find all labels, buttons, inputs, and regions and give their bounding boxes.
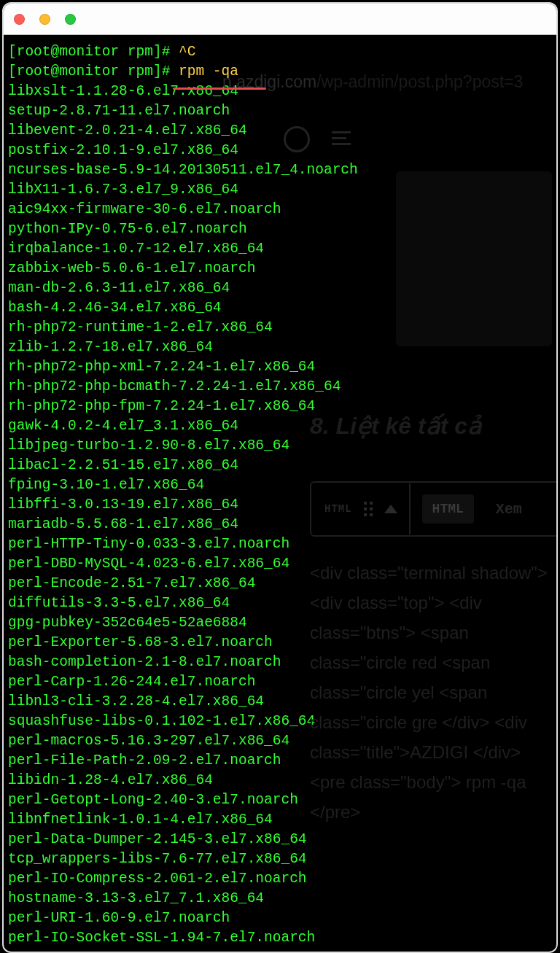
html-label: HTML	[324, 503, 352, 515]
maximize-icon[interactable]	[65, 14, 76, 25]
window-titlebar	[4, 4, 556, 35]
caret-up-icon	[384, 505, 397, 513]
bg-url: n.azdigi.com/wp-admin/post.php?post=3	[222, 72, 523, 92]
info-icon	[284, 126, 310, 152]
drag-icon	[362, 500, 374, 518]
bg-image-box	[396, 171, 552, 346]
preview-tab[interactable]: Xem	[496, 501, 522, 518]
minimize-icon[interactable]	[39, 14, 50, 25]
bg-heading: 8. Liệt kê tất cả	[310, 412, 482, 440]
command-underline-annotation	[173, 87, 266, 90]
html-tab-button[interactable]: HTML	[422, 494, 474, 524]
bg-code: <div class="terminal shadow"> <div class…	[310, 558, 556, 827]
bg-toolbar: HTML HTML Xem	[310, 481, 558, 537]
menu-icon	[332, 128, 351, 149]
close-icon[interactable]	[14, 14, 25, 25]
terminal-window: n.azdigi.com/wp-admin/post.php?post=3 8.…	[2, 2, 558, 953]
